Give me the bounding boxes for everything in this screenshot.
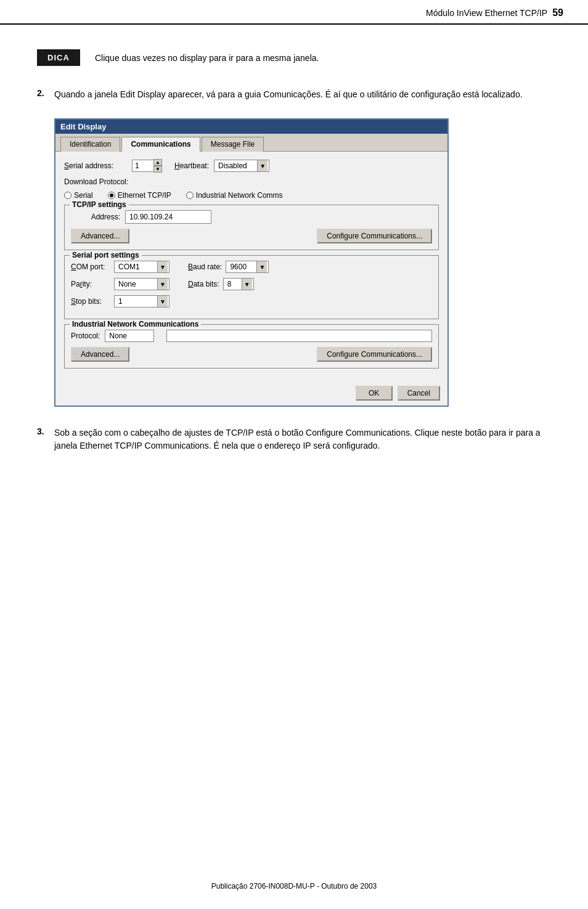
stop-bits-select[interactable]: 1 ▼ [114, 295, 169, 308]
protocol-select[interactable]: None [105, 330, 154, 342]
heartbeat-value: Disabled [216, 161, 257, 170]
protocol-extra-field [166, 330, 432, 342]
tcpip-buttons-row: Advanced... Configure Communications... [71, 229, 432, 243]
industrial-network-label: Industrial Network Communications [70, 320, 201, 328]
step-2: 2. Quando a janela Edit Display aparecer… [37, 88, 551, 101]
stop-bits-value: 1 [116, 297, 157, 306]
protocol-options-row: Serial Ethernet TCP/IP Industrial Networ… [64, 191, 439, 200]
industrial-buttons-row: Advanced... Configure Communications... [71, 347, 432, 362]
com-port-select[interactable]: COM1 ▼ [114, 261, 169, 273]
data-bits-select[interactable]: 8 ▼ [223, 278, 254, 290]
parity-row: Parity: None ▼ Data bits: 8 ▼ [71, 278, 432, 290]
baud-rate-select[interactable]: 9600 ▼ [226, 261, 269, 273]
page-header: Módulo InView Ethernet TCP/IP 59 [0, 0, 588, 25]
heartbeat-label: Heartbeat: [174, 161, 209, 170]
stop-bits-arrow: ▼ [157, 296, 168, 307]
parity-label: Parity: [71, 280, 114, 288]
step-3: 3. Sob a seção com o cabeçalho de ajuste… [37, 426, 551, 452]
radio-serial-label: Serial [74, 191, 93, 200]
tab-identification[interactable]: Identification [60, 137, 120, 152]
step2-text: Quando a janela Edit Display aparecer, v… [54, 88, 523, 101]
radio-eth-circle [108, 192, 115, 199]
parity-select[interactable]: None ▼ [114, 278, 169, 290]
industrial-configure-comms-button[interactable]: Configure Communications... [317, 347, 432, 362]
serial-address-label: Serial address: [64, 161, 132, 170]
baud-rate-value: 9600 [227, 263, 256, 271]
parity-arrow: ▼ [157, 279, 168, 290]
serial-port-section: Serial port settings COM port: COM1 ▼ Ba… [64, 255, 439, 319]
com-port-label: COM port: [71, 263, 114, 271]
industrial-network-section: Industrial Network Communications Protoc… [64, 324, 439, 369]
dica-row: DICA Clique duas vezes no display para i… [37, 49, 551, 66]
edit-display-dialog: Edit Display Identification Communicatio… [54, 118, 449, 407]
protocol-label: Protocol: [71, 332, 100, 340]
footer-text: Publicação 2706-IN008D-MU-P - Outubro de… [211, 882, 377, 891]
radio-serial-circle [64, 192, 71, 199]
data-bits-arrow: ▼ [242, 279, 252, 290]
spinner-down[interactable]: ▼ [153, 166, 162, 173]
dialog-tabs: Identification Communications Message Fi… [55, 134, 447, 152]
download-protocol-row: Download Protocol: [64, 177, 439, 186]
tcpip-section-label: TCP/IP settings [70, 200, 129, 209]
tab-communications[interactable]: Communications [121, 137, 200, 152]
dialog-body: Serial address: ▲ ▼ Heartbeat: Disabled … [55, 152, 447, 381]
ok-button[interactable]: OK [356, 386, 393, 401]
tab-message-file[interactable]: Message File [202, 137, 264, 152]
radio-industrial-circle [186, 192, 194, 199]
step3-number: 3. [37, 426, 54, 452]
stop-bits-row: Stop bits: 1 ▼ [71, 295, 432, 308]
address-row: Address: [71, 210, 432, 224]
radio-serial[interactable]: Serial [64, 191, 93, 200]
address-input[interactable] [125, 210, 211, 224]
serial-address-input[interactable] [132, 160, 154, 172]
dialog-titlebar: Edit Display [55, 120, 447, 134]
step3-text: Sob a seção com o cabeçalho de ajustes d… [54, 426, 551, 452]
data-bits-value: 8 [225, 280, 242, 288]
tcpip-section: TCP/IP settings Address: Advanced... Con… [64, 205, 439, 250]
content-area: DICA Clique duas vezes no display para i… [0, 49, 588, 452]
step2-number: 2. [37, 88, 54, 101]
heartbeat-arrow: ▼ [257, 160, 267, 171]
header-title: Módulo InView Ethernet TCP/IP [426, 8, 547, 18]
spinner-arrows: ▲ ▼ [153, 159, 162, 173]
com-port-value: COM1 [116, 263, 157, 271]
baud-rate-arrow: ▼ [256, 261, 267, 272]
tcpip-advanced-button[interactable]: Advanced... [71, 229, 129, 243]
serial-address-row: Serial address: ▲ ▼ Heartbeat: Disabled … [64, 159, 439, 173]
download-protocol-label: Download Protocol: [64, 177, 128, 186]
protocol-value: None [107, 332, 152, 340]
spinner-up[interactable]: ▲ [153, 159, 162, 166]
radio-industrial[interactable]: Industrial Network Comms [186, 191, 283, 200]
dialog-footer: OK Cancel [55, 381, 447, 406]
com-port-row: COM port: COM1 ▼ Baud rate: 9600 ▼ [71, 261, 432, 273]
serial-address-spinner: ▲ ▼ [132, 159, 162, 173]
radio-ethernet[interactable]: Ethernet TCP/IP [108, 191, 171, 200]
industrial-advanced-button[interactable]: Advanced... [71, 347, 129, 362]
serial-port-label: Serial port settings [70, 251, 142, 259]
page-number: 59 [552, 7, 563, 18]
parity-value: None [116, 280, 157, 288]
stop-bits-label: Stop bits: [71, 297, 114, 306]
dica-badge: DICA [37, 49, 80, 66]
address-label: Address: [71, 213, 120, 221]
data-bits-label: Data bits: [188, 280, 219, 288]
tcpip-configure-comms-button[interactable]: Configure Communications... [317, 229, 432, 243]
baud-rate-label: Baud rate: [188, 263, 222, 271]
protocol-row: Protocol: None [71, 330, 432, 342]
dica-text: Clique duas vezes no display para ir par… [95, 53, 319, 63]
page-footer: Publicação 2706-IN008D-MU-P - Outubro de… [0, 882, 588, 891]
radio-industrial-label: Industrial Network Comms [196, 191, 283, 200]
com-port-arrow: ▼ [157, 261, 168, 272]
cancel-button[interactable]: Cancel [398, 386, 440, 401]
heartbeat-select[interactable]: Disabled ▼ [214, 160, 269, 172]
